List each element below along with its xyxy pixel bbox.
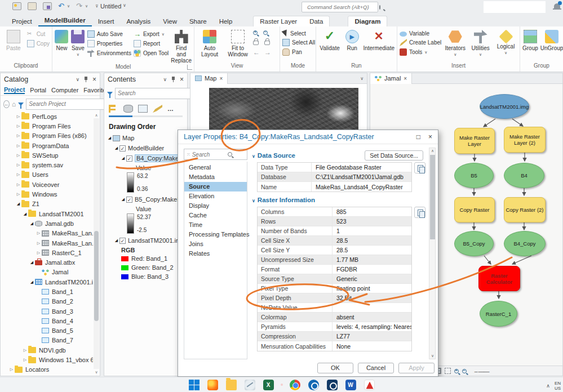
catalog-tab-computer[interactable]: Computer — [51, 87, 78, 93]
undo-dropdown-icon[interactable]: ∨ — [67, 4, 70, 8]
model-node-copy-raster-2[interactable]: Copy Raster (2) — [504, 197, 546, 222]
back-arrow-icon[interactable]: ← — [253, 48, 260, 56]
select-button[interactable]: Select — [282, 30, 315, 37]
catalog-item[interactable]: ▷Voiceover — [1, 180, 93, 189]
save-project-icon[interactable] — [43, 2, 52, 10]
export-button[interactable]: →Export∨ — [134, 30, 169, 38]
home-icon[interactable]: ⌂ — [12, 100, 16, 108]
dialog-scrollbar[interactable]: ∧ ∨ — [429, 148, 436, 359]
contents-item-landsat[interactable]: ◢✓LandsatTM2001.img — [107, 235, 187, 246]
redo-dropdown-icon[interactable]: ∨ — [85, 4, 88, 8]
command-search-input[interactable] — [307, 4, 377, 10]
tab-list-dropdown-icon[interactable]: ∨ — [360, 76, 363, 81]
model-view-tab[interactable]: Jamal × — [370, 73, 412, 84]
catalog-item[interactable]: ▷Users — [1, 170, 93, 180]
close-icon[interactable]: × — [92, 75, 96, 83]
create-label-button[interactable]: Create Label — [400, 39, 441, 46]
forward-arrow-icon[interactable]: → — [264, 48, 271, 56]
tab-project[interactable]: Project — [6, 16, 38, 26]
close-tab-icon[interactable]: × — [404, 75, 407, 82]
catalog-item[interactable]: ◢Z1 — [1, 199, 93, 209]
model-node-raster-calculator[interactable]: Raster Calculator — [478, 266, 520, 291]
catalog-item[interactable]: Band_7 — [1, 336, 93, 345]
catalog-item[interactable]: Band_1 — [1, 287, 93, 296]
zoom-in-icon[interactable]: + — [454, 369, 459, 373]
model-node-copy-raster[interactable]: Copy Raster — [454, 197, 495, 222]
contents-search-input[interactable] — [118, 90, 193, 96]
catalog-item[interactable]: ▷Program Files — [1, 121, 93, 131]
nav-processing-templates[interactable]: Processing Templates — [184, 230, 247, 239]
tab-analysis[interactable]: Analysis — [120, 16, 157, 26]
start-button-icon[interactable] — [189, 380, 200, 390]
find-and-replace-button[interactable]: Find and Replace — [171, 29, 192, 64]
properties-button[interactable]: Properties — [87, 40, 131, 47]
list-by-editing-icon[interactable] — [153, 105, 162, 113]
model-node-b5[interactable]: B5 — [454, 163, 494, 188]
catalog-item[interactable]: ▷SWSetup — [1, 150, 93, 160]
lock-icon[interactable] — [253, 41, 259, 45]
arcgis-pro-icon[interactable] — [308, 380, 319, 390]
zoom-out-icon[interactable]: − — [462, 369, 467, 373]
catalog-tab-portal[interactable]: Portal — [30, 87, 46, 93]
new-model-button[interactable]: New — [55, 29, 69, 51]
language-indicator[interactable]: ENUS — [555, 381, 561, 391]
catalog-item[interactable]: ▷ProgramData — [1, 141, 93, 150]
word-icon[interactable]: W — [345, 380, 356, 390]
utilities-button[interactable]: Utilities∨ — [469, 29, 492, 57]
ungroup-button[interactable]: UnGroup — [540, 29, 563, 51]
catalog-item[interactable]: Band_5 — [1, 326, 93, 336]
tab-raster-layer[interactable]: Raster Layer — [254, 16, 303, 26]
tab-modelbuilder[interactable]: ModelBuilder — [38, 15, 92, 26]
catalog-search-input[interactable] — [29, 101, 104, 107]
back-icon[interactable]: ← — [3, 100, 10, 108]
sign-in-area[interactable] — [484, 1, 546, 13]
logical-button[interactable]: Logical∨ — [494, 29, 517, 56]
panel-menu-icon[interactable]: ∨ — [76, 77, 79, 82]
pin-icon[interactable] — [171, 77, 175, 82]
close-icon[interactable]: × — [428, 133, 432, 141]
catalog-item[interactable]: ▷Windows 11_vbox 6... — [1, 355, 93, 364]
acrobat-icon[interactable] — [364, 380, 375, 390]
nav-cache[interactable]: Cache — [184, 211, 247, 220]
project-name[interactable]: Untitled — [100, 3, 121, 10]
file-explorer-icon[interactable] — [226, 380, 237, 390]
tab-view[interactable]: View — [157, 16, 183, 26]
catalog-item[interactable]: ▷PerfLogs — [1, 112, 93, 121]
dialog-search[interactable]: ⁙ — [184, 149, 247, 160]
catalog-item[interactable]: ▷MakeRas_Lan... — [1, 238, 93, 248]
model-node-make-raster-layer-2[interactable]: Make Raster Layer (2) — [504, 127, 546, 153]
more-options-icon[interactable]: … — [167, 105, 174, 112]
nav-display[interactable]: Display — [184, 201, 247, 211]
chrome-icon[interactable] — [290, 380, 300, 390]
close-icon[interactable]: × — [180, 75, 184, 83]
auto-layout-button[interactable]: Auto Layout — [197, 29, 223, 57]
catalog-item[interactable]: ▷system.sav — [1, 160, 93, 170]
tab-insert[interactable]: Insert — [92, 16, 121, 26]
nav-time[interactable]: Time — [184, 220, 247, 230]
nav-relates[interactable]: Relates — [184, 249, 247, 259]
snipping-tool-icon[interactable] — [327, 380, 338, 390]
set-data-source-button[interactable]: Set Data Source... — [365, 150, 423, 161]
catalog-item[interactable]: ▷Program Files (x86) — [1, 131, 93, 141]
tab-help[interactable]: Help — [213, 16, 239, 26]
fit-to-window-button[interactable]: Fit to Window — [225, 29, 251, 57]
tab-share[interactable]: Share — [183, 16, 213, 26]
tab-diagram[interactable]: Diagram — [348, 16, 387, 26]
redo-icon[interactable]: ↷ — [76, 2, 82, 10]
catalog-item[interactable]: ◢LandsatTM2001.i... — [1, 277, 93, 287]
variable-button[interactable]: Variable — [400, 30, 441, 37]
firefox-icon[interactable] — [207, 380, 218, 390]
copy-table-icon[interactable] — [414, 162, 425, 173]
catalog-tab-project[interactable]: Project — [4, 86, 25, 94]
catalog-scrollbar[interactable] — [94, 118, 99, 369]
nav-joins[interactable]: Joins — [184, 239, 247, 249]
command-search[interactable] — [302, 2, 378, 12]
catalog-item[interactable]: ▷Windows — [1, 189, 93, 199]
pin-icon[interactable] — [84, 77, 88, 82]
model-node-output[interactable]: RasterC_1 — [480, 301, 517, 327]
model-node-b4-copy[interactable]: B4_Copy — [504, 231, 546, 256]
nav-general[interactable]: General — [184, 163, 247, 172]
contents-item-b4-layer[interactable]: ◢✓B4_Copy:MakeRas_Lan — [107, 153, 187, 163]
catalog-item[interactable]: Band_3 — [1, 306, 93, 316]
filter-icon[interactable] — [107, 92, 113, 95]
